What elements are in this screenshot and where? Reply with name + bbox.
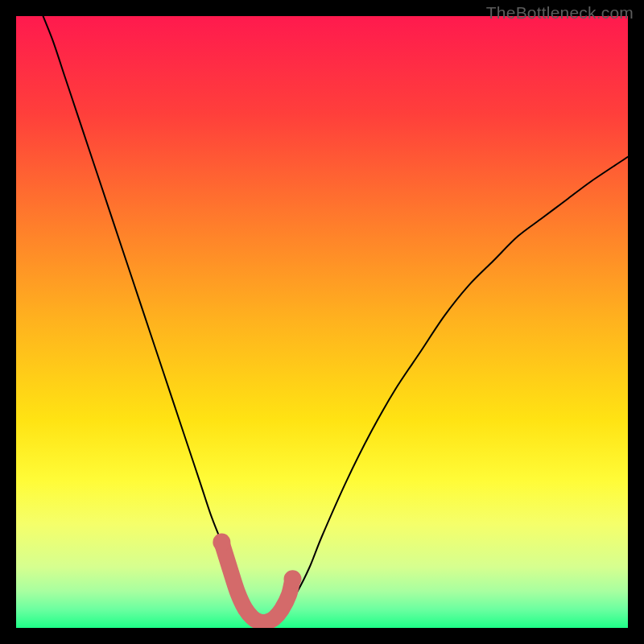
plot-frame (16, 16, 628, 628)
highlight-markers (221, 543, 292, 622)
svg-point-1 (213, 534, 230, 551)
watermark-text: TheBottleneck.com (486, 3, 634, 23)
curve-layer (16, 16, 628, 628)
bottleneck-curve (40, 16, 628, 622)
svg-point-2 (284, 570, 302, 588)
